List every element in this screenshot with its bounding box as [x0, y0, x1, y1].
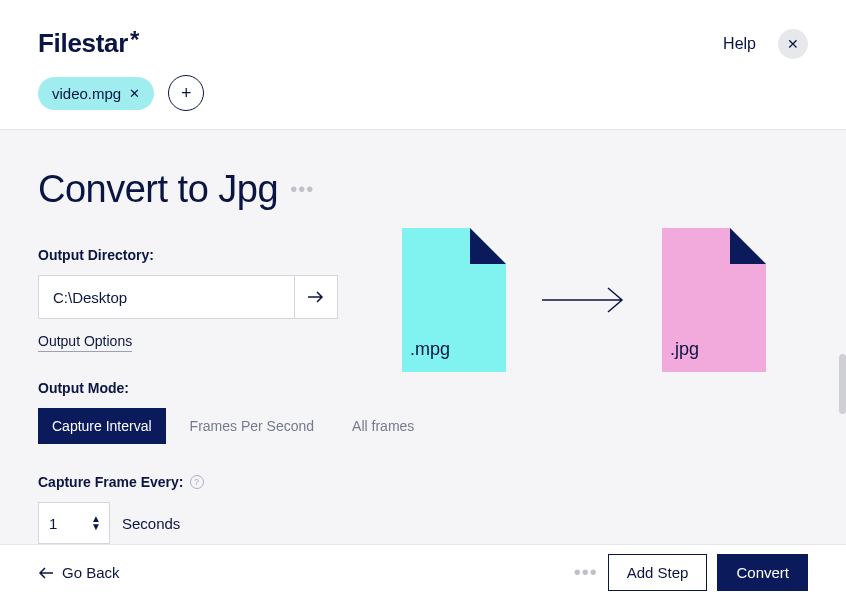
stepper-down-icon[interactable]: ▼ [91, 523, 101, 531]
mode-frames-per-second[interactable]: Frames Per Second [176, 408, 329, 444]
close-icon: ✕ [787, 36, 799, 52]
conversion-illustration: .mpg .jpg [402, 228, 766, 372]
add-step-button[interactable]: Add Step [608, 554, 708, 591]
logo-star-icon: * [130, 26, 139, 54]
output-directory-input[interactable] [38, 275, 294, 319]
add-file-button[interactable]: + [168, 75, 204, 111]
app-logo: Filestar * [38, 28, 139, 59]
capture-interval-value: 1 [49, 515, 57, 532]
mode-capture-interval[interactable]: Capture Interval [38, 408, 166, 444]
go-back-label: Go Back [62, 564, 120, 581]
help-tooltip-icon[interactable]: ? [190, 475, 204, 489]
browse-directory-button[interactable] [294, 275, 338, 319]
footer-more-icon[interactable]: ••• [574, 561, 598, 584]
arrow-right-icon [307, 290, 325, 304]
file-chip-label: video.mpg [52, 85, 121, 102]
convert-arrow-icon [540, 285, 628, 315]
logo-text: Filestar [38, 28, 128, 59]
capture-interval-label: Capture Frame Every: [38, 474, 184, 490]
capture-unit-label: Seconds [122, 515, 180, 532]
target-ext-label: .jpg [670, 339, 699, 360]
source-ext-label: .mpg [410, 339, 450, 360]
go-back-button[interactable]: Go Back [38, 564, 120, 581]
output-options-link[interactable]: Output Options [38, 333, 132, 352]
page-title: Convert to Jpg [38, 168, 278, 211]
title-more-icon[interactable]: ••• [290, 178, 314, 201]
target-file-icon: .jpg [662, 228, 766, 372]
plus-icon: + [181, 83, 192, 104]
mode-all-frames[interactable]: All frames [338, 408, 428, 444]
close-button[interactable]: ✕ [778, 29, 808, 59]
output-mode-label: Output Mode: [38, 380, 808, 396]
arrow-left-icon [38, 567, 54, 579]
file-chip[interactable]: video.mpg ✕ [38, 77, 154, 110]
remove-file-icon[interactable]: ✕ [129, 86, 140, 101]
convert-button[interactable]: Convert [717, 554, 808, 591]
capture-interval-stepper[interactable]: 1 ▲ ▼ [38, 502, 110, 544]
source-file-icon: .mpg [402, 228, 506, 372]
scrollbar[interactable] [839, 354, 846, 414]
help-link[interactable]: Help [723, 35, 756, 53]
